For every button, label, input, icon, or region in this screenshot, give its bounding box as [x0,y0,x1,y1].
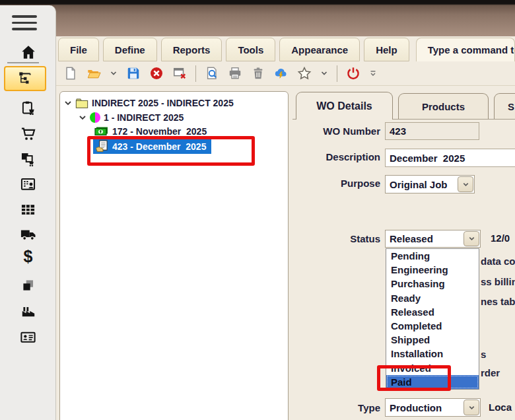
tab-next[interactable]: S [494,93,515,120]
wo-number-field[interactable]: 423 [385,122,479,140]
work-order-tree-panel: INDIRECT 2025 - INDIRECT 2025 1 - INDIRE… [59,91,289,420]
status-value: Released [386,233,463,244]
hamburger-menu-icon[interactable] [12,15,37,32]
chevron-down-icon[interactable] [64,99,72,107]
open-dropdown-chevron-icon[interactable] [110,69,118,77]
status-option-installation[interactable]: Installation [386,347,479,361]
toolbar-separator [195,65,196,82]
inventory-cart-icon[interactable] [0,150,56,168]
overflow-chevron-icon[interactable] [369,69,377,77]
copies-icon[interactable] [0,277,56,294]
clipboard-cart-icon[interactable] [0,100,56,117]
menu-reports[interactable]: Reports [161,38,223,61]
tree-node-root[interactable]: INDIRECT 2025 - INDIRECT 2025 [64,96,234,110]
status-option-paid[interactable]: Paid [386,375,479,389]
cloud-bolt-icon[interactable] [274,66,289,81]
command-hint-text: Type a command to e [428,44,515,55]
folder-icon [75,98,88,109]
status-date: 12/0 [491,232,510,244]
save-icon[interactable] [126,66,141,81]
dollar-icon[interactable]: $ [0,248,56,265]
star-dropdown-chevron-icon[interactable] [320,69,328,77]
power-icon[interactable] [346,66,360,81]
tree-node-label: 172 - November 2025 [112,126,207,137]
menu-appearance[interactable]: Appearance [279,38,360,61]
work-order-tree-button[interactable] [4,66,46,91]
menu-help[interactable]: Help [364,38,409,61]
chevron-down-icon[interactable] [458,176,473,192]
chevron-down-icon[interactable] [464,231,479,246]
menu-tools[interactable]: Tools [226,38,275,61]
pie-status-icon [90,112,100,123]
shopping-cart-icon[interactable] [0,125,56,143]
description-field[interactable]: December 2025 [385,149,515,167]
status-option-invoiced[interactable]: Invoiced [386,361,479,375]
work-order-tree-icon [17,70,34,87]
factory-icon[interactable] [0,302,56,320]
tree-node-december-selected[interactable]: 423 - December 2025 [93,139,211,154]
obscured-text-fragment: rder [481,367,500,378]
toolbar [56,61,515,86]
obscured-text-fragment: s [481,349,486,360]
purpose-select[interactable]: Original Job [385,175,475,193]
description-label: Description [306,151,380,162]
tree-node-label: 423 - December 2025 [112,141,206,152]
tree-node-label: INDIRECT 2025 - INDIRECT 2025 [92,98,234,108]
command-input[interactable]: Type a command to e [416,38,515,61]
purpose-label: Purpose [306,178,380,189]
status-option-engineering[interactable]: Engineering [386,263,479,277]
contact-card-icon[interactable] [0,328,56,346]
print-icon[interactable] [228,66,242,81]
sidebar: $ [0,5,56,420]
menu-file[interactable]: File [58,38,99,61]
status-select[interactable]: Released [385,230,481,248]
chevron-down-icon[interactable] [464,400,479,415]
status-option-completed[interactable]: Completed [386,319,479,333]
sidebar-divider [7,62,39,63]
cancel-icon[interactable] [149,66,164,81]
money-icon [94,126,109,137]
wo-details-panel: WO Details Products S WO Number 423 Desc… [292,86,515,420]
wo-number-label: WO Number [306,125,380,137]
status-option-purchasing[interactable]: Purchasing [386,277,479,291]
obscured-text-fragment: nes tab [481,296,515,307]
schedule-board-icon[interactable] [0,176,56,193]
tree-node-november[interactable]: 172 - November 2025 [94,125,207,138]
menu-define[interactable]: Define [103,38,157,61]
obscured-text-fragment: data co [481,256,515,267]
tab-wo-details[interactable]: WO Details [296,92,393,120]
title-bar [0,0,515,36]
application-window: $ File Define Rep [0,0,515,420]
status-option-shipped[interactable]: Shipped [386,333,479,347]
toolbar-separator [337,65,337,82]
tab-products[interactable]: Products [398,93,489,120]
status-label: Status [306,233,380,244]
home-icon[interactable] [0,44,56,61]
chevron-down-icon[interactable] [79,114,86,122]
close-window-icon[interactable] [172,66,187,81]
table-grid-icon[interactable] [0,201,56,219]
print-preview-icon[interactable] [205,66,219,81]
status-option-pending[interactable]: Pending [386,249,479,263]
new-document-icon[interactable] [63,66,78,81]
tree-node-job[interactable]: 1 - INDIRECT 2025 [79,111,184,124]
tree-node-label: 1 - INDIRECT 2025 [104,112,184,123]
open-folder-icon[interactable] [86,66,101,81]
type-value: Production [386,402,463,413]
menu-bar: File Define Reports Tools Appearance Hel… [56,36,515,61]
star-icon[interactable] [297,66,312,81]
purpose-value: Original Job [386,179,457,190]
trash-icon[interactable] [251,66,265,81]
obscured-text-fragment: ss billin [481,276,515,287]
location-label: Loca [489,402,512,413]
status-option-released[interactable]: Released [386,305,479,319]
hand-document-icon [95,140,109,153]
main-content: INDIRECT 2025 - INDIRECT 2025 1 - INDIRE… [56,86,515,420]
status-option-ready[interactable]: Ready [386,291,479,305]
type-select[interactable]: Production [385,398,481,417]
status-dropdown-list: Pending Engineering Purchasing Ready Rel… [386,248,479,390]
truck-icon[interactable] [0,225,56,244]
type-label: Type [306,402,380,413]
